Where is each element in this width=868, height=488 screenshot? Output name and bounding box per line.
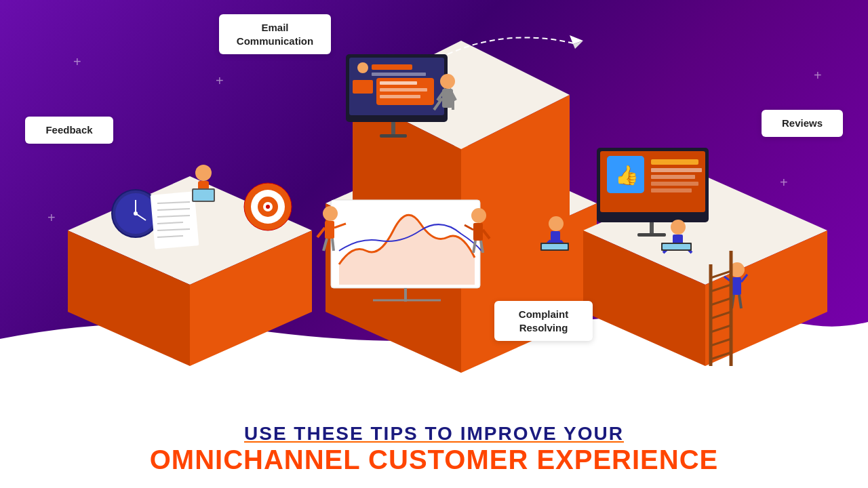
headline-line1: USE THESE TIPS TO IMPROVE YOUR	[0, 423, 868, 445]
email-communication-label: EmailCommunication	[219, 14, 331, 54]
svg-line-58	[317, 228, 325, 237]
svg-rect-40	[380, 81, 417, 85]
svg-rect-17	[151, 191, 199, 249]
svg-point-45	[440, 74, 455, 89]
svg-point-79	[671, 220, 686, 235]
svg-point-29	[195, 165, 212, 181]
headline-line2: OMNICHANNEL CUSTOMER EXPERIENCE	[0, 445, 868, 474]
svg-rect-63	[473, 223, 483, 241]
svg-rect-43	[391, 122, 395, 136]
svg-rect-42	[380, 95, 420, 98]
svg-rect-37	[372, 73, 426, 76]
svg-rect-78	[637, 233, 666, 237]
svg-point-16	[134, 211, 138, 216]
svg-point-28	[266, 205, 270, 209]
feedback-label: Feedback	[25, 117, 113, 144]
svg-rect-41	[380, 88, 427, 92]
reviews-label: Reviews	[762, 110, 843, 137]
svg-point-35	[357, 62, 368, 73]
svg-rect-86	[732, 277, 741, 295]
svg-text:👍: 👍	[615, 164, 639, 186]
svg-rect-74	[651, 175, 695, 179]
svg-rect-32	[193, 190, 214, 201]
svg-rect-77	[650, 222, 654, 235]
svg-rect-75	[651, 182, 698, 186]
svg-rect-44	[380, 134, 407, 138]
svg-rect-38	[353, 80, 373, 94]
svg-rect-73	[651, 168, 702, 172]
svg-rect-105	[542, 244, 568, 249]
complaint-resolving-label: ComplaintResolving	[494, 301, 593, 341]
svg-rect-72	[651, 159, 698, 165]
bottom-text-section: USE THESE TIPS TO IMPROVE YOUR OMNICHANN…	[0, 423, 868, 474]
scene-svg: 👍	[0, 0, 868, 386]
svg-point-56	[323, 206, 338, 221]
svg-rect-84	[663, 244, 690, 249]
svg-point-100	[549, 216, 564, 231]
svg-line-61	[332, 239, 334, 251]
main-container: + + + + + + +	[0, 0, 868, 488]
svg-point-62	[471, 208, 486, 223]
svg-rect-76	[651, 188, 692, 192]
svg-rect-57	[325, 221, 334, 239]
svg-rect-36	[372, 64, 412, 70]
